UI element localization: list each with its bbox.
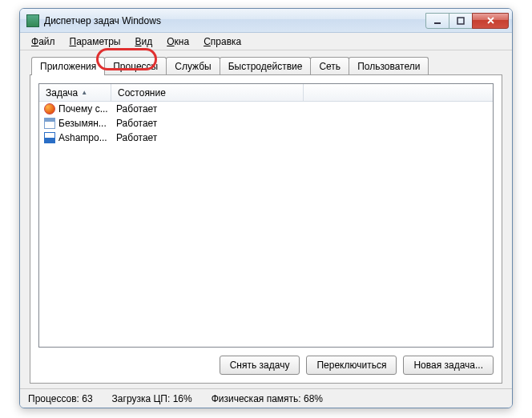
- tab-network[interactable]: Сеть: [310, 57, 349, 74]
- task-row[interactable]: Ashampo... Работает: [39, 131, 493, 145]
- minimize-icon: [433, 17, 441, 25]
- column-task-label: Задача: [46, 87, 78, 98]
- close-icon: [486, 16, 495, 25]
- end-task-button[interactable]: Снять задачу: [220, 356, 300, 375]
- applications-listview[interactable]: Задача ▲ Состояние Почему с... Работает: [38, 83, 494, 348]
- statusbar: Процессов: 63 Загрузка ЦП: 16% Физическа…: [20, 388, 512, 408]
- task-state: Работает: [111, 117, 304, 130]
- status-processes: Процессов: 63: [28, 393, 93, 404]
- task-state: Работает: [111, 102, 304, 115]
- tab-panel: Задача ▲ Состояние Почему с... Работает: [30, 74, 502, 384]
- ashampoo-icon: [44, 132, 55, 143]
- titlebar[interactable]: Диспетчер задач Windows: [20, 9, 512, 33]
- task-state: Работает: [111, 131, 304, 144]
- button-row: Снять задачу Переключиться Новая задача.…: [38, 348, 494, 375]
- task-cell: Ashampo...: [39, 131, 111, 144]
- column-task[interactable]: Задача ▲: [39, 84, 111, 101]
- menu-file[interactable]: Файл: [25, 34, 62, 49]
- svg-rect-1: [457, 18, 464, 24]
- listview-header: Задача ▲ Состояние: [39, 84, 493, 102]
- task-manager-window: Диспетчер задач Windows Файл Параметры В…: [19, 8, 513, 408]
- task-name: Ashampo...: [58, 132, 107, 143]
- column-state[interactable]: Состояние: [111, 84, 304, 101]
- status-memory: Физическая память: 68%: [212, 393, 323, 404]
- tab-processes[interactable]: Процессы: [104, 57, 167, 74]
- tab-users[interactable]: Пользователи: [349, 57, 429, 74]
- sort-ascending-icon: ▲: [81, 89, 87, 96]
- maximize-button[interactable]: [449, 13, 473, 29]
- app-icon: [26, 14, 39, 27]
- menu-options[interactable]: Параметры: [63, 34, 127, 49]
- maximize-icon: [457, 17, 465, 25]
- notepad-icon: [44, 118, 55, 129]
- task-name: Почему с...: [58, 103, 108, 115]
- switch-to-button[interactable]: Переключиться: [306, 356, 397, 375]
- status-cpu: Загрузка ЦП: 16%: [112, 393, 192, 404]
- tab-services[interactable]: Службы: [166, 57, 220, 74]
- content-area: Приложения Процессы Службы Быстродействи…: [20, 50, 512, 388]
- minimize-button[interactable]: [425, 13, 449, 29]
- task-cell: Почему с...: [39, 102, 111, 115]
- window-controls: [426, 13, 509, 29]
- new-task-button[interactable]: Новая задача...: [403, 356, 494, 375]
- menu-view[interactable]: Вид: [128, 34, 159, 49]
- svg-rect-0: [434, 22, 441, 24]
- task-row[interactable]: Безымян... Работает: [39, 116, 493, 131]
- task-cell: Безымян...: [39, 117, 111, 130]
- tab-applications[interactable]: Приложения: [31, 57, 105, 75]
- tab-performance[interactable]: Быстродействие: [220, 57, 312, 74]
- task-row[interactable]: Почему с... Работает: [39, 102, 493, 116]
- menu-help[interactable]: Справка: [197, 34, 248, 49]
- firefox-icon: [44, 103, 55, 115]
- window-title: Диспетчер задач Windows: [44, 15, 426, 26]
- menu-windows[interactable]: Окна: [160, 34, 195, 49]
- menubar: Файл Параметры Вид Окна Справка: [20, 33, 512, 50]
- task-name: Безымян...: [58, 118, 107, 129]
- close-button[interactable]: [472, 13, 509, 29]
- tab-strip: Приложения Процессы Службы Быстродействи…: [31, 57, 502, 74]
- column-spacer[interactable]: [304, 84, 493, 101]
